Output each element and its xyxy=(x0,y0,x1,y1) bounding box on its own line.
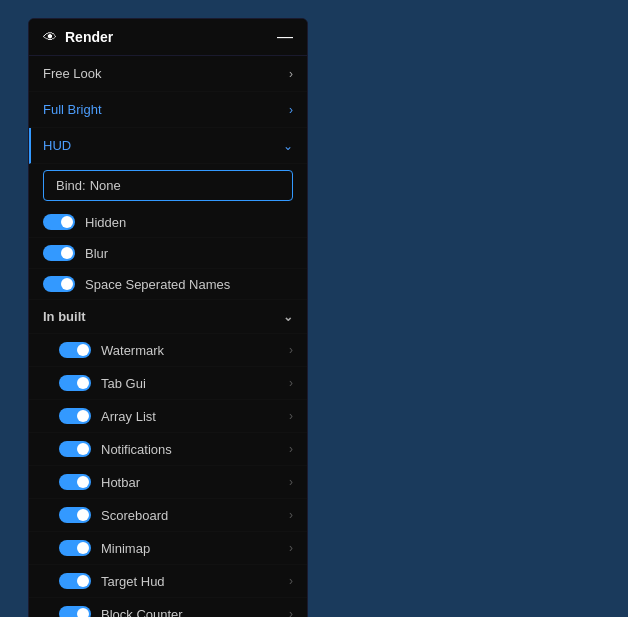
bind-label: Bind: xyxy=(56,178,86,193)
minimap-item[interactable]: Minimap › xyxy=(29,532,307,565)
minimap-chevron: › xyxy=(289,541,293,555)
notifications-chevron: › xyxy=(289,442,293,456)
watermark-label: Watermark xyxy=(101,343,164,358)
hidden-label: Hidden xyxy=(85,215,126,230)
hud-label: HUD xyxy=(43,138,71,153)
space-separated-toggle[interactable] xyxy=(43,276,75,292)
target-hud-label: Target Hud xyxy=(101,574,165,589)
minimize-icon[interactable]: — xyxy=(277,29,293,45)
full-bright-label: Full Bright xyxy=(43,102,102,117)
inbuilt-chevron: ⌄ xyxy=(283,310,293,324)
bind-value: None xyxy=(90,178,121,193)
blur-toggle-item: Blur xyxy=(29,238,307,269)
watermark-chevron: › xyxy=(289,343,293,357)
tab-gui-toggle[interactable] xyxy=(59,375,91,391)
hotbar-item[interactable]: Hotbar › xyxy=(29,466,307,499)
render-panel: 👁 Render — Free Look › Full Bright › HUD… xyxy=(28,18,308,617)
array-list-chevron: › xyxy=(289,409,293,423)
free-look-chevron: › xyxy=(289,67,293,81)
tab-gui-label: Tab Gui xyxy=(101,376,146,391)
hotbar-label: Hotbar xyxy=(101,475,140,490)
minimap-toggle[interactable] xyxy=(59,540,91,556)
space-separated-label: Space Seperated Names xyxy=(85,277,230,292)
hotbar-chevron: › xyxy=(289,475,293,489)
space-separated-toggle-item: Space Seperated Names xyxy=(29,269,307,300)
target-hud-chevron: › xyxy=(289,574,293,588)
scoreboard-label: Scoreboard xyxy=(101,508,168,523)
eye-icon: 👁 xyxy=(43,29,57,45)
free-look-label: Free Look xyxy=(43,66,102,81)
notifications-toggle[interactable] xyxy=(59,441,91,457)
block-counter-chevron: › xyxy=(289,607,293,617)
tab-gui-chevron: › xyxy=(289,376,293,390)
block-counter-toggle[interactable] xyxy=(59,606,91,617)
panel-header: 👁 Render — xyxy=(29,19,307,56)
notifications-item[interactable]: Notifications › xyxy=(29,433,307,466)
watermark-item[interactable]: Watermark › xyxy=(29,334,307,367)
blur-label: Blur xyxy=(85,246,108,261)
minimap-label: Minimap xyxy=(101,541,150,556)
inbuilt-section-label: In built xyxy=(43,309,86,324)
block-counter-item[interactable]: Block Counter › xyxy=(29,598,307,617)
scoreboard-item[interactable]: Scoreboard › xyxy=(29,499,307,532)
hidden-toggle[interactable] xyxy=(43,214,75,230)
notifications-label: Notifications xyxy=(101,442,172,457)
array-list-toggle[interactable] xyxy=(59,408,91,424)
watermark-toggle[interactable] xyxy=(59,342,91,358)
array-list-item[interactable]: Array List › xyxy=(29,400,307,433)
blur-toggle[interactable] xyxy=(43,245,75,261)
tab-gui-item[interactable]: Tab Gui › xyxy=(29,367,307,400)
hud-item[interactable]: HUD ⌄ xyxy=(29,128,307,164)
full-bright-chevron: › xyxy=(289,103,293,117)
panel-title: Render xyxy=(65,29,113,45)
block-counter-label: Block Counter xyxy=(101,607,183,618)
full-bright-item[interactable]: Full Bright › xyxy=(29,92,307,128)
hud-chevron: ⌄ xyxy=(283,139,293,153)
bind-box[interactable]: Bind: None xyxy=(43,170,293,201)
target-hud-toggle[interactable] xyxy=(59,573,91,589)
target-hud-item[interactable]: Target Hud › xyxy=(29,565,307,598)
panel-header-left: 👁 Render xyxy=(43,29,113,45)
free-look-item[interactable]: Free Look › xyxy=(29,56,307,92)
array-list-label: Array List xyxy=(101,409,156,424)
inbuilt-section-header[interactable]: In built ⌄ xyxy=(29,300,307,334)
hidden-toggle-item: Hidden xyxy=(29,207,307,238)
scoreboard-toggle[interactable] xyxy=(59,507,91,523)
hotbar-toggle[interactable] xyxy=(59,474,91,490)
scoreboard-chevron: › xyxy=(289,508,293,522)
